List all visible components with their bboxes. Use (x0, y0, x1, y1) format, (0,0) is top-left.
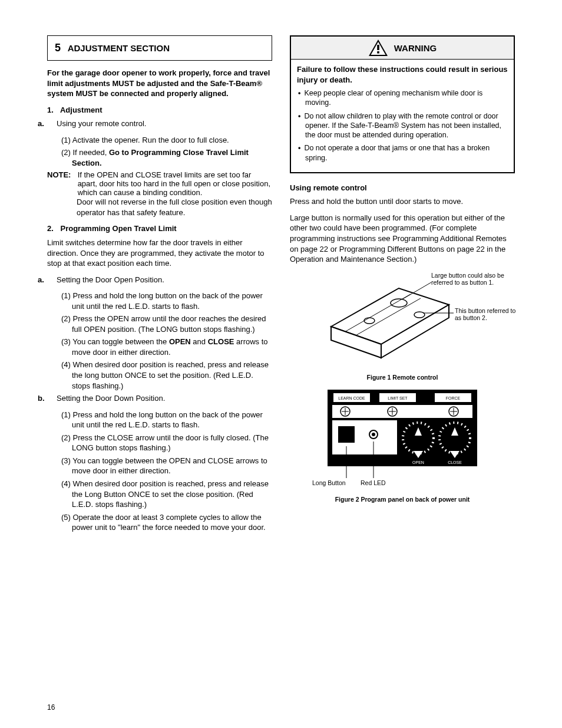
warning-lead: Failure to follow these instructions cou… (297, 65, 508, 84)
svg-rect-2 (377, 45, 379, 50)
warning-header: WARNING (291, 37, 514, 60)
panel-callout-long: Long Button (312, 479, 346, 486)
sub1-line-a: a.Using your remote control. (47, 118, 272, 129)
label-open-svg: OPEN (412, 460, 424, 465)
remote-heading: Using remote control (290, 183, 515, 193)
l2c-prefix: (3) You can toggle between the (61, 337, 167, 346)
warning-box: WARNING Failure to follow these instruct… (290, 35, 515, 173)
sub2-title: Programming Open Travel Limit (60, 224, 176, 233)
sub2-a-step4: (4) When desired door position is reache… (47, 360, 272, 391)
remote-callout-1: Large button could also be referred to a… (431, 272, 508, 286)
svg-point-7 (391, 299, 407, 307)
sub1-line1-text: Using your remote control. (57, 119, 146, 128)
note-text-b: Door will not reverse in the full close … (47, 197, 272, 218)
sub2-label-a: a. (47, 275, 57, 285)
sub2-b-step4: (4) When desired door position is reache… (47, 479, 272, 510)
sub2-a-step1: (1) Press and hold the long button on th… (47, 291, 272, 311)
panel-fig-label: Figure 2 Program panel on back of power … (290, 495, 515, 503)
sub2-b-step2: (2) Press the CLOSE arrow until the door… (47, 433, 272, 453)
sub2-b-text: Setting the Door Down Position. (57, 394, 165, 403)
sub2-para1: Limit switches determine how far the doo… (47, 238, 272, 269)
warning-triangle-icon (368, 39, 388, 57)
sub2-line-a: a.Setting the Door Open Position. (47, 275, 272, 285)
label-a: a. (47, 118, 57, 129)
warning-item-3: Do not operate a door that jams or one t… (297, 143, 508, 163)
panel-callout-led: Red LED (361, 479, 386, 486)
l2c-mid: and (193, 337, 206, 346)
section-title: ADJUSTMENT SECTION (68, 43, 170, 53)
l2c-close: CLOSE (208, 337, 234, 346)
section-number: 5 (55, 42, 61, 54)
note-text-a: If the OPEN and CLOSE travel limits are … (78, 170, 270, 197)
sub2-num: 2. (47, 224, 54, 233)
remote-line2: Large button is normally used for this o… (290, 213, 515, 265)
section-heading-box: 5 ADJUSTMENT SECTION (47, 35, 272, 61)
sub2-a-step3: (3) You can toggle between the OPEN and … (47, 337, 272, 357)
sub1-step2: (2) If needed, Go to Programming Close T… (47, 147, 272, 168)
sub2-a-text: Setting the Door Open Position. (57, 275, 164, 284)
remote-line1: Press and hold the button until door sta… (290, 196, 515, 207)
remote-callout-2: This button referred to as button 2. (455, 307, 520, 321)
intro-paragraph: For the garage door opener to work prope… (47, 68, 272, 99)
note-label: NOTE: (47, 170, 75, 179)
sub-heading-programming: 2. Programming Open Travel Limit (47, 223, 272, 234)
warning-item-2: Do not allow children to play with the r… (297, 111, 508, 140)
intro-bold: For the garage door opener to work prope… (47, 68, 270, 98)
sub1-num: 1. (47, 106, 54, 114)
svg-rect-3 (377, 51, 379, 54)
svg-point-31 (372, 433, 375, 436)
page-number: 16 (47, 703, 55, 711)
sub1-step1: (1) Activate the opener. Run the door to… (47, 135, 272, 146)
sub2-label-b: b. (47, 393, 57, 404)
sub2-b-step1: (1) Press and hold the long button on th… (47, 410, 272, 430)
remote-fig-label: Figure 1 Remote control (290, 373, 515, 381)
label-force-svg: FORCE (446, 396, 461, 400)
svg-rect-29 (338, 426, 355, 443)
sub1-title: Adjustment (60, 106, 103, 114)
sub2-b-step3: (3) You can toggle between the OPEN and … (47, 456, 272, 476)
panel-figure: LEARN CODE LIMIT SET FORCE OPEN CLOSE Lo… (290, 390, 515, 493)
warning-title: WARNING (394, 43, 437, 53)
sub2-b-step5: (5) Operate the door at least 3 complete… (47, 512, 272, 533)
warning-item-1: Keep people clear of opening mechanism w… (297, 88, 508, 108)
note-block: NOTE: If the OPEN and CLOSE travel limit… (47, 170, 272, 197)
label-close-svg: CLOSE (448, 460, 462, 465)
remote-figure: Large button could also be referred to a… (290, 271, 515, 371)
label-learn-svg: LEARN CODE (338, 396, 365, 400)
sub2-line-b: b.Setting the Door Down Position. (47, 393, 272, 404)
sub-heading-adjustment: 1. Adjustment (47, 105, 272, 116)
label-limit-svg: LIMIT SET (388, 396, 408, 400)
note-body: If the OPEN and CLOSE travel limits are … (78, 170, 271, 197)
svg-point-9 (364, 318, 375, 324)
program-panel-icon: LEARN CODE LIMIT SET FORCE OPEN CLOSE (317, 390, 488, 493)
sub2-a-step2: (2) Press the OPEN arrow until the door … (47, 314, 272, 334)
sub1-step2-prefix: (2) If needed, (61, 148, 107, 157)
l2c-open: OPEN (169, 337, 191, 346)
warning-body: Failure to follow these instructions cou… (291, 60, 514, 172)
